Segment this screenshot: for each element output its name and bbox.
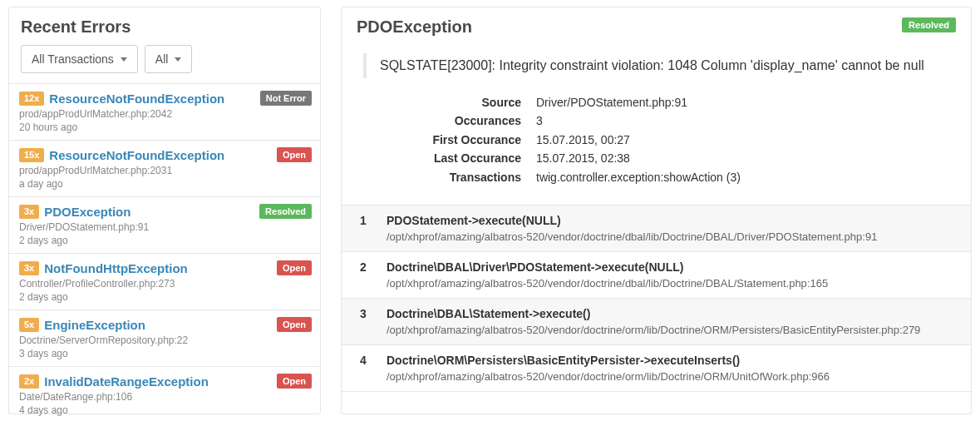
error-list-item[interactable]: 12xResourceNotFoundExceptionprod/appProd…	[9, 84, 320, 141]
detail-status-badge: Resolved	[902, 17, 956, 32]
meta-label: Occurances	[363, 111, 521, 130]
trace-path: /opt/xhprof/amazing/albatros-520/vendor/…	[387, 324, 956, 336]
meta-value: twig.controller.exception:showAction (3)	[536, 168, 741, 186]
error-name-link[interactable]: PDOException	[44, 205, 131, 219]
meta-row-last: Last Occurance 15.07.2015, 02:38	[363, 149, 949, 167]
error-list-item[interactable]: 5xEngineExceptionDoctrine/ServerOrmRepos…	[9, 310, 320, 367]
meta-value: 15.07.2015, 00:27	[536, 131, 630, 149]
trace-path: /opt/xhprof/amazing/albatros-520/vendor/…	[387, 370, 956, 383]
count-badge: 2x	[19, 374, 39, 389]
trace-number: 2	[357, 260, 370, 290]
meta-value: 15.07.2015, 02:38	[536, 149, 630, 167]
trace-row[interactable]: 3Doctrine\DBAL\Statement->execute()/opt/…	[342, 299, 971, 345]
status-badge: Open	[277, 317, 312, 332]
trace-path: /opt/xhprof/amazing/albatros-520/vendor/…	[387, 277, 956, 290]
trace-call: Doctrine\DBAL\Statement->execute()	[387, 307, 956, 320]
error-list-item[interactable]: 2xInvalidDateRangeExceptionDate/DateRang…	[9, 367, 320, 421]
meta-label: Transactions	[363, 168, 521, 186]
trace-row[interactable]: 1PDOStatement->execute(NULL)/opt/xhprof/…	[342, 206, 971, 252]
error-list-item[interactable]: 3xNotFoundHttpExceptionController/Profil…	[9, 254, 320, 310]
count-badge: 12x	[19, 92, 44, 106]
count-badge: 3x	[19, 261, 39, 275]
error-name-link[interactable]: ResourceNotFoundException	[49, 148, 224, 162]
meta-row-transactions: Transactions twig.controller.exception:s…	[363, 168, 949, 186]
status-badge: Open	[277, 147, 312, 162]
meta-row-occurances: Occurances 3	[363, 111, 949, 130]
trace-row[interactable]: 2Doctrine\DBAL\Driver\PDOStatement->exec…	[342, 252, 971, 299]
meta-label: First Occurance	[363, 131, 521, 149]
error-list-item[interactable]: 15xResourceNotFoundExceptionprod/appProd…	[9, 141, 320, 197]
error-name-link[interactable]: NotFoundHttpException	[44, 261, 187, 275]
meta-row-source: Source Driver/PDOStatement.php:91	[363, 93, 949, 111]
filter-transactions-dropdown[interactable]: All Transactions	[21, 45, 138, 73]
error-time: 4 days ago	[19, 404, 310, 416]
chevron-down-icon	[121, 57, 127, 62]
error-list-item[interactable]: 3xPDOExceptionDriver/PDOStatement.php:91…	[9, 197, 320, 254]
chevron-down-icon	[175, 57, 181, 62]
filter-types-dropdown[interactable]: All	[145, 45, 193, 73]
count-badge: 3x	[19, 205, 39, 219]
error-file: Date/DateRange.php:106	[19, 391, 310, 403]
sidebar-title: Recent Errors	[21, 17, 308, 37]
error-time: 2 days ago	[19, 291, 310, 303]
trace-number: 4	[357, 354, 370, 383]
error-file: prod/appProdUrlMatcher.php:2031	[19, 165, 310, 176]
meta-label: Source	[363, 93, 521, 111]
count-badge: 5x	[19, 318, 39, 332]
error-file: Driver/PDOStatement.php:91	[19, 221, 310, 233]
trace-row[interactable]: 4Doctrine\ORM\Persisters\BasicEntityPers…	[342, 345, 971, 392]
status-badge: Open	[277, 374, 312, 389]
error-message: SQLSTATE[23000]: Integrity constraint vi…	[363, 53, 949, 78]
trace-path: /opt/xhprof/amazing/albatros-520/vendor/…	[387, 230, 956, 243]
status-badge: Resolved	[259, 204, 312, 219]
sidebar-header: Recent Errors	[9, 7, 320, 45]
error-name-link[interactable]: ResourceNotFoundException	[49, 92, 224, 106]
error-time: a day ago	[19, 178, 310, 190]
trace-call: Doctrine\DBAL\Driver\PDOStatement->execu…	[387, 260, 956, 274]
error-time: 3 days ago	[19, 348, 310, 359]
trace-call: Doctrine\ORM\Persisters\BasicEntityPersi…	[387, 354, 956, 367]
trace-call: PDOStatement->execute(NULL)	[387, 214, 956, 227]
error-name-link[interactable]: InvalidDateRangeException	[44, 374, 209, 389]
count-badge: 15x	[19, 148, 44, 162]
filter-types-label: All	[155, 52, 169, 66]
meta-value: 3	[536, 111, 543, 130]
stack-trace-list: 1PDOStatement->execute(NULL)/opt/xhprof/…	[342, 205, 971, 414]
meta-label: Last Occurance	[363, 149, 521, 167]
status-badge: Not Error	[260, 91, 312, 106]
error-file: Doctrine/ServerOrmRepository.php:22	[19, 334, 310, 346]
filter-transactions-label: All Transactions	[32, 52, 114, 66]
error-time: 2 days ago	[19, 235, 310, 246]
filter-row: All Transactions All	[9, 45, 320, 83]
error-file: Controller/ProfileController.php:273	[19, 278, 310, 290]
error-time: 20 hours ago	[19, 121, 310, 133]
trace-number: 1	[357, 214, 370, 243]
status-badge: Open	[277, 260, 312, 275]
trace-number: 3	[357, 307, 370, 336]
meta-value: Driver/PDOStatement.php:91	[536, 93, 687, 111]
detail-title: PDOException	[357, 17, 472, 37]
error-detail-panel: PDOException Resolved SQLSTATE[23000]: I…	[341, 7, 972, 414]
detail-header: PDOException Resolved	[342, 7, 971, 37]
meta-row-first: First Occurance 15.07.2015, 00:27	[363, 131, 949, 149]
error-list: 12xResourceNotFoundExceptionprod/appProd…	[9, 83, 320, 421]
meta-table: Source Driver/PDOStatement.php:91 Occura…	[363, 93, 949, 186]
recent-errors-panel: Recent Errors All Transactions All 12xRe…	[8, 7, 321, 414]
error-file: prod/appProdUrlMatcher.php:2042	[19, 108, 310, 120]
error-name-link[interactable]: EngineException	[44, 318, 145, 332]
